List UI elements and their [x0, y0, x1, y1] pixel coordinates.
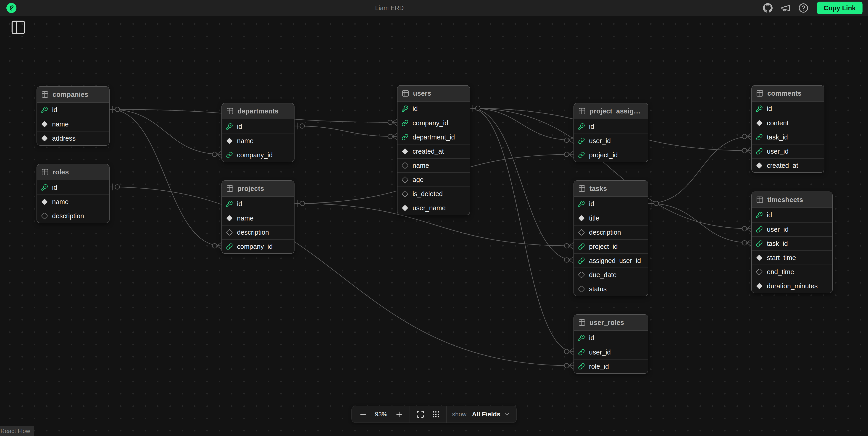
column-name: id — [589, 123, 594, 130]
column-name: name — [237, 137, 254, 145]
not-null-diamond-icon — [756, 254, 763, 261]
column-roles-description[interactable]: description — [37, 209, 109, 223]
edge-users-id-to-user_roles-user_id[interactable] — [470, 108, 574, 351]
column-comments-task_id[interactable]: task_id — [752, 130, 824, 144]
table-tasks[interactable]: tasksidtitledescriptionproject_idassigne… — [574, 180, 648, 296]
column-timesheets-start_time[interactable]: start_time — [752, 250, 832, 264]
column-name: created_at — [412, 148, 444, 155]
column-tasks-id[interactable]: id — [574, 197, 648, 211]
table-icon — [578, 107, 586, 115]
table-roles[interactable]: rolesidnamedescription — [36, 164, 110, 223]
github-button[interactable] — [763, 3, 773, 13]
column-departments-company_id[interactable]: company_id — [222, 148, 294, 162]
column-user_roles-user_id[interactable]: user_id — [574, 345, 648, 359]
column-comments-created_at[interactable]: created_at — [752, 158, 824, 173]
edge-users-id-to-tasks-assigned_user_id[interactable] — [470, 108, 574, 260]
table-icon — [578, 319, 586, 326]
fit-view-button[interactable] — [415, 409, 425, 419]
column-users-company_id[interactable]: company_id — [398, 116, 470, 130]
column-users-user_name[interactable]: user_name — [398, 201, 470, 215]
column-projects-company_id[interactable]: company_id — [222, 239, 294, 253]
column-name: assigned_user_id — [589, 257, 641, 264]
table-departments[interactable]: departmentsidnamecompany_id — [221, 103, 294, 162]
column-name: role_id — [589, 363, 609, 370]
zoom-out-button[interactable] — [358, 409, 368, 419]
column-name: company_id — [412, 119, 448, 127]
column-companies-name[interactable]: name — [37, 117, 109, 131]
column-timesheets-end_time[interactable]: end_time — [752, 264, 832, 279]
fields-filter-select[interactable]: All Fields — [472, 411, 510, 418]
tidy-up-button[interactable] — [431, 409, 441, 419]
column-tasks-due_date[interactable]: due_date — [574, 268, 648, 282]
copy-link-button[interactable]: Copy Link — [817, 2, 863, 14]
table-companies[interactable]: companiesidnameaddress — [36, 86, 110, 146]
table-comments[interactable]: commentsidcontenttask_iduser_idcreated_a… — [751, 85, 825, 173]
column-name: task_id — [767, 133, 788, 141]
edge-companies-id-to-projects-company_id[interactable] — [110, 110, 221, 246]
not-null-diamond-icon — [756, 162, 763, 169]
edge-departments-id-to-users-department_id[interactable] — [294, 126, 397, 136]
column-timesheets-id[interactable]: id — [752, 208, 832, 222]
table-project_assignments[interactable]: project_assignmentsiduser_idproject_id — [574, 103, 648, 162]
liam-logo[interactable] — [6, 3, 17, 13]
column-timesheets-task_id[interactable]: task_id — [752, 236, 832, 250]
table-users[interactable]: usersidcompany_iddepartment_idcreated_at… — [397, 85, 470, 215]
column-users-name[interactable]: name — [398, 158, 470, 173]
table-title: user_roles — [589, 319, 624, 326]
column-users-is_deleted[interactable]: is_deleted — [398, 187, 470, 201]
table-user_roles[interactable]: user_rolesiduser_idrole_id — [574, 314, 648, 374]
column-timesheets-duration_minutes[interactable]: duration_minutes — [752, 279, 832, 293]
column-companies-id[interactable]: id — [37, 103, 109, 117]
column-user_roles-id[interactable]: id — [574, 331, 648, 345]
column-comments-content[interactable]: content — [752, 116, 824, 130]
erd-canvas[interactable]: 93% show — [0, 16, 868, 436]
primary-key-icon — [41, 184, 48, 191]
column-comments-user_id[interactable]: user_id — [752, 144, 824, 158]
table-header: departments — [222, 103, 294, 119]
column-projects-name[interactable]: name — [222, 211, 294, 225]
column-name: task_id — [767, 240, 788, 247]
column-roles-id[interactable]: id — [37, 180, 109, 194]
column-name: duration_minutes — [767, 282, 817, 290]
column-users-department_id[interactable]: department_id — [398, 130, 470, 144]
column-departments-id[interactable]: id — [222, 119, 294, 133]
table-icon — [226, 185, 234, 192]
column-users-created_at[interactable]: created_at — [398, 144, 470, 158]
table-projects[interactable]: projectsidnamedescriptioncompany_id — [221, 180, 294, 254]
column-name: id — [589, 334, 594, 342]
column-users-id[interactable]: id — [398, 101, 470, 116]
column-tasks-status[interactable]: status — [574, 282, 648, 296]
column-comments-id[interactable]: id — [752, 101, 824, 116]
column-companies-address[interactable]: address — [37, 131, 109, 145]
zoom-in-button[interactable] — [394, 409, 404, 419]
column-project_assignments-id[interactable]: id — [574, 119, 648, 133]
column-projects-description[interactable]: description — [222, 225, 294, 239]
column-tasks-project_id[interactable]: project_id — [574, 239, 648, 253]
foreign-key-icon — [756, 148, 763, 155]
column-roles-name[interactable]: name — [37, 194, 109, 209]
edge-users-id-to-project_assignments-user_id[interactable] — [470, 108, 574, 140]
column-project_assignments-user_id[interactable]: user_id — [574, 133, 648, 148]
column-projects-id[interactable]: id — [222, 197, 294, 211]
plus-icon — [395, 410, 403, 418]
column-user_roles-role_id[interactable]: role_id — [574, 359, 648, 373]
edge-tasks-id-to-timesheets-task_id[interactable] — [648, 204, 751, 243]
table-icon — [226, 107, 234, 115]
table-timesheets[interactable]: timesheetsiduser_idtask_idstart_timeend_… — [751, 191, 833, 293]
edge-companies-id-to-departments-company_id[interactable] — [110, 110, 221, 154]
sidebar-toggle-button[interactable] — [9, 18, 27, 36]
column-project_assignments-project_id[interactable]: project_id — [574, 148, 648, 162]
column-tasks-assigned_user_id[interactable]: assigned_user_id — [574, 253, 648, 268]
column-tasks-title[interactable]: title — [574, 211, 648, 225]
table-icon — [756, 196, 764, 204]
column-tasks-description[interactable]: description — [574, 225, 648, 239]
column-timesheets-user_id[interactable]: user_id — [752, 222, 832, 236]
column-departments-name[interactable]: name — [222, 133, 294, 148]
edge-tasks-id-to-comments-task_id[interactable] — [648, 136, 751, 204]
github-icon — [763, 3, 773, 13]
help-button[interactable] — [798, 3, 809, 13]
release-notes-button[interactable] — [780, 3, 791, 13]
edge-roles-id-to-user_roles-role_id[interactable] — [110, 187, 574, 366]
column-users-age[interactable]: age — [398, 173, 470, 187]
reactflow-attribution[interactable]: React Flow — [0, 426, 34, 436]
